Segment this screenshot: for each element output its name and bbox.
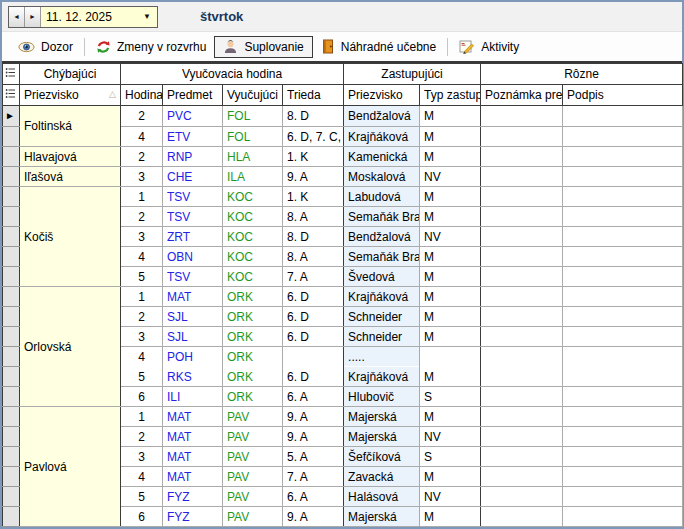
tab-suplovanie[interactable]: Suplovanie <box>214 36 312 58</box>
cell-hodina[interactable]: 4 <box>121 247 163 267</box>
cell-zastupujuci-priezvisko[interactable]: Šefčíková <box>344 447 420 467</box>
row-selector[interactable] <box>3 247 20 267</box>
cell-vyucujuci[interactable]: PAV <box>223 467 283 487</box>
cell-zastupujuci-priezvisko[interactable]: Hlubovič <box>344 387 420 407</box>
cell-trieda[interactable]: 6. D <box>283 367 344 387</box>
column-header-podpis[interactable]: Podpis <box>563 85 683 106</box>
cell-poznamka[interactable] <box>481 267 563 287</box>
cell-poznamka[interactable] <box>481 407 563 427</box>
column-header-priezvisko-zastupujuci[interactable]: Priezvisko <box>344 85 420 106</box>
cell-poznamka[interactable] <box>481 387 563 407</box>
cell-podpis[interactable] <box>563 106 683 127</box>
absent-teacher-name[interactable]: Pavlová <box>20 407 121 527</box>
cell-vyucujuci[interactable]: PAV <box>223 407 283 427</box>
cell-zastupujuci-priezvisko[interactable]: Krajňáková <box>344 367 420 387</box>
cell-vyucujuci[interactable]: FOL <box>223 127 283 147</box>
column-header-priezvisko-chybajuci[interactable]: Priezvisko △ <box>20 85 121 106</box>
cell-typ-zastup[interactable]: M <box>420 147 481 167</box>
column-header-typ-zastup[interactable]: Typ zastup <box>420 85 481 106</box>
cell-hodina[interactable]: 2 <box>121 207 163 227</box>
cell-typ-zastup[interactable]: M <box>420 127 481 147</box>
cell-vyucujuci[interactable]: KOC <box>223 247 283 267</box>
cell-zastupujuci-priezvisko[interactable]: Majerská <box>344 407 420 427</box>
row-selector[interactable] <box>3 347 20 367</box>
cell-podpis[interactable] <box>563 447 683 467</box>
row-selector[interactable] <box>3 167 20 187</box>
cell-predmet[interactable]: PVC <box>163 106 223 127</box>
current-row-marker[interactable]: ► <box>3 106 20 127</box>
row-selector[interactable] <box>3 367 20 387</box>
cell-predmet[interactable]: MAT <box>163 287 223 307</box>
cell-zastupujuci-priezvisko[interactable]: Halásová <box>344 487 420 507</box>
cell-predmet[interactable]: ETV <box>163 127 223 147</box>
cell-typ-zastup[interactable]: NV <box>420 487 481 507</box>
cell-zastupujuci-priezvisko[interactable]: Semaňák Brar <box>344 207 420 227</box>
cell-vyucujuci[interactable]: FOL <box>223 106 283 127</box>
cell-predmet[interactable]: SJL <box>163 327 223 347</box>
cell-trieda[interactable]: 9. A <box>283 507 344 527</box>
cell-poznamka[interactable] <box>481 447 563 467</box>
absent-teacher-name[interactable]: Kočiš <box>20 187 121 287</box>
cell-typ-zastup[interactable]: M <box>420 407 481 427</box>
cell-vyucujuci[interactable]: HLA <box>223 147 283 167</box>
cell-zastupujuci-priezvisko[interactable]: Bendžalová <box>344 106 420 127</box>
cell-vyucujuci[interactable]: KOC <box>223 207 283 227</box>
cell-trieda[interactable]: 9. A <box>283 167 344 187</box>
cell-poznamka[interactable] <box>481 247 563 267</box>
cell-typ-zastup[interactable]: NV <box>420 227 481 247</box>
cell-vyucujuci[interactable]: KOC <box>223 187 283 207</box>
cell-podpis[interactable] <box>563 287 683 307</box>
tab-nahradne-ucebne[interactable]: Náhradné učebne <box>313 36 444 58</box>
cell-podpis[interactable] <box>563 507 683 527</box>
cell-trieda[interactable]: 7. A <box>283 267 344 287</box>
cell-trieda[interactable]: 6. A <box>283 487 344 507</box>
cell-predmet[interactable]: FYZ <box>163 487 223 507</box>
row-selector[interactable] <box>3 327 20 347</box>
cell-hodina[interactable]: 6 <box>121 387 163 407</box>
cell-poznamka[interactable] <box>481 187 563 207</box>
cell-zastupujuci-priezvisko[interactable]: Bendžalová <box>344 227 420 247</box>
cell-typ-zastup[interactable]: M <box>420 267 481 287</box>
column-header-trieda[interactable]: Trieda <box>283 85 344 106</box>
cell-trieda[interactable]: 1. K <box>283 147 344 167</box>
cell-hodina[interactable]: 1 <box>121 407 163 427</box>
cell-vyucujuci[interactable]: ORK <box>223 347 283 367</box>
date-dropdown-button[interactable]: ▼ <box>137 7 157 27</box>
cell-zastupujuci-priezvisko[interactable]: Semaňák Brar <box>344 247 420 267</box>
cell-predmet[interactable]: TSV <box>163 267 223 287</box>
cell-trieda[interactable]: 6. D, 7. C, 8 <box>283 127 344 147</box>
column-header-poznamka-pre[interactable]: Poznámka pre <box>481 85 563 106</box>
cell-vyucujuci[interactable]: PAV <box>223 507 283 527</box>
cell-typ-zastup[interactable]: S <box>420 387 481 407</box>
cell-vyucujuci[interactable]: ILA <box>223 167 283 187</box>
cell-predmet[interactable]: MAT <box>163 447 223 467</box>
cell-typ-zastup[interactable]: NV <box>420 427 481 447</box>
cell-podpis[interactable] <box>563 247 683 267</box>
cell-podpis[interactable] <box>563 347 683 367</box>
cell-predmet[interactable]: ILI <box>163 387 223 407</box>
cell-podpis[interactable] <box>563 327 683 347</box>
cell-poznamka[interactable] <box>481 207 563 227</box>
cell-vyucujuci[interactable]: KOC <box>223 227 283 247</box>
cell-predmet[interactable]: RNP <box>163 147 223 167</box>
cell-podpis[interactable] <box>563 307 683 327</box>
absent-teacher-name[interactable]: Iľašová <box>20 167 121 187</box>
cell-poznamka[interactable] <box>481 327 563 347</box>
cell-typ-zastup[interactable] <box>420 347 481 367</box>
cell-typ-zastup[interactable]: M <box>420 307 481 327</box>
cell-typ-zastup[interactable]: M <box>420 247 481 267</box>
cell-poznamka[interactable] <box>481 487 563 507</box>
cell-vyucujuci[interactable]: ORK <box>223 287 283 307</box>
absent-teacher-name[interactable]: Hlavajová <box>20 147 121 167</box>
cell-zastupujuci-priezvisko[interactable]: Krajňáková <box>344 127 420 147</box>
row-selector[interactable] <box>3 147 20 167</box>
row-selector[interactable] <box>3 227 20 247</box>
cell-podpis[interactable] <box>563 467 683 487</box>
cell-zastupujuci-priezvisko[interactable]: Krajňáková <box>344 287 420 307</box>
cell-trieda[interactable]: 8. D <box>283 106 344 127</box>
cell-predmet[interactable]: TSV <box>163 207 223 227</box>
cell-trieda[interactable]: 7. A <box>283 467 344 487</box>
cell-poznamka[interactable] <box>481 467 563 487</box>
row-selector[interactable] <box>3 207 20 227</box>
cell-hodina[interactable]: 4 <box>121 467 163 487</box>
